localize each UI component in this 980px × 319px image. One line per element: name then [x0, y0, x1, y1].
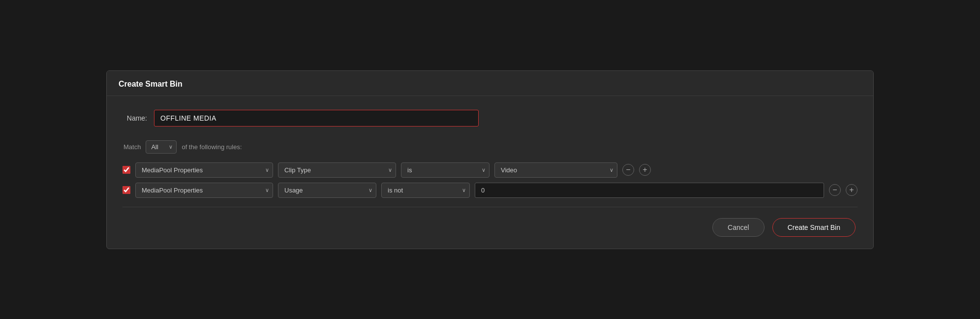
- cancel-button[interactable]: Cancel: [712, 218, 765, 237]
- rule2-condition-select[interactable]: is is not contains does not contain: [381, 183, 470, 198]
- rule1-property-wrap[interactable]: MediaPool Properties Clip Properties Fil…: [135, 162, 273, 178]
- create-smart-bin-button[interactable]: Create Smart Bin: [772, 218, 856, 237]
- rule1-property-select[interactable]: MediaPool Properties Clip Properties Fil…: [135, 162, 273, 178]
- divider: [122, 207, 858, 207]
- rule2-attribute-wrap[interactable]: Clip Type Usage Resolution Frame Rate: [278, 183, 376, 198]
- match-label: Match: [123, 143, 141, 151]
- table-row: MediaPool Properties Clip Properties Fil…: [122, 183, 858, 198]
- rule1-attribute-select[interactable]: Clip Type Usage Resolution Frame Rate: [278, 162, 396, 178]
- rule1-checkbox[interactable]: [122, 166, 130, 174]
- rule1-condition-wrap[interactable]: is is not contains does not contain: [401, 162, 490, 178]
- rule2-remove-button[interactable]: −: [829, 184, 841, 196]
- rule2-checkbox[interactable]: [122, 186, 130, 194]
- rule2-property-wrap[interactable]: MediaPool Properties Clip Properties Fil…: [135, 183, 273, 198]
- rule1-attribute-wrap[interactable]: Clip Type Usage Resolution Frame Rate: [278, 162, 396, 178]
- rules-container: MediaPool Properties Clip Properties Fil…: [122, 162, 858, 198]
- dialog-footer: Cancel Create Smart Bin: [122, 218, 858, 237]
- smart-bin-name-input[interactable]: [154, 110, 479, 127]
- dialog-title: Create Smart Bin: [107, 71, 873, 96]
- match-suffix: of the following rules:: [182, 143, 242, 151]
- rule2-attribute-select[interactable]: Clip Type Usage Resolution Frame Rate: [278, 183, 376, 198]
- rule2-add-button[interactable]: +: [846, 184, 858, 196]
- rule2-value-input[interactable]: [475, 183, 824, 198]
- rule2-condition-wrap[interactable]: is is not contains does not contain: [381, 183, 470, 198]
- rule1-condition-select[interactable]: is is not contains does not contain: [401, 162, 490, 178]
- rule1-value-select[interactable]: Video Audio Still Compound Timeline: [494, 162, 617, 178]
- rule1-remove-button[interactable]: −: [622, 164, 634, 176]
- rule1-add-button[interactable]: +: [639, 164, 651, 176]
- match-dropdown[interactable]: All Any: [146, 140, 177, 154]
- dialog-body: Name: Match All Any of the following rul…: [107, 96, 873, 249]
- name-row: Name:: [122, 110, 858, 127]
- match-dropdown-wrap[interactable]: All Any: [146, 140, 177, 154]
- match-row: Match All Any of the following rules:: [123, 140, 858, 154]
- create-smart-bin-dialog: Create Smart Bin Name: Match All Any of …: [106, 70, 874, 249]
- rule1-value-wrap[interactable]: Video Audio Still Compound Timeline: [494, 162, 617, 178]
- table-row: MediaPool Properties Clip Properties Fil…: [122, 162, 858, 178]
- name-label: Name:: [122, 114, 147, 122]
- rule2-property-select[interactable]: MediaPool Properties Clip Properties Fil…: [135, 183, 273, 198]
- dialog-overlay: Create Smart Bin Name: Match All Any of …: [0, 0, 980, 319]
